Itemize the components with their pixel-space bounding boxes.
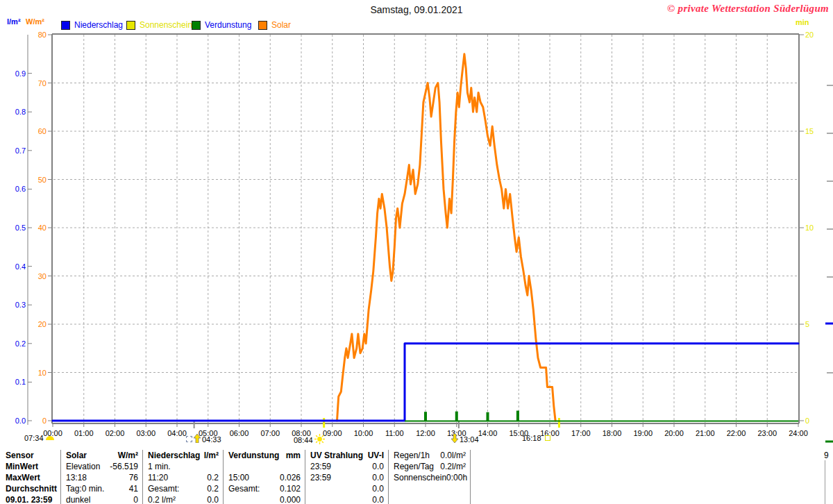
rain-axis-label: 0.6	[15, 185, 26, 193]
legend-label: Niederschlag	[74, 20, 123, 30]
table-row: 0.2 l/m²0.0	[143, 494, 223, 504]
table-cell-label: 23:59	[310, 461, 331, 472]
table-column-solar: SolarW/m²Elevation-56.51913:1876Tag:0 mi…	[61, 450, 143, 504]
hour-label: 11:00	[385, 429, 404, 437]
sonnenschein-swatch-icon	[126, 21, 135, 30]
hour-label: 18:00	[603, 429, 622, 437]
legend-item-solar: Solar	[258, 20, 291, 30]
table-rowheader-column: SensorMinWertMaxWertDurchschnitt09.01. 2…	[0, 450, 61, 504]
table-cell-label: Niederschlag	[148, 450, 200, 461]
rain-axis-label: 0.0	[15, 417, 26, 425]
table-cell-value: 0:00h	[446, 472, 467, 483]
hour-label: 19:00	[633, 429, 653, 437]
solar-swatch-icon	[258, 21, 267, 30]
table-row: 0.0	[305, 483, 388, 494]
table-cell-label: dunkel	[66, 494, 90, 504]
table-column-niederschlag: Niederschlagl/m²1 min.11:200.2Gesamt:0.2…	[143, 450, 224, 504]
table-cell-value: mm	[286, 450, 301, 461]
dawn-time: 07:34	[24, 434, 44, 442]
legend-label: Verdunstung	[205, 20, 251, 30]
table-cell-value: 0.0	[372, 472, 384, 483]
arrow-up-icon	[194, 434, 201, 444]
solar-axis-label: 40	[38, 224, 47, 232]
table-row-label: Durchschnitt	[6, 483, 60, 494]
solar-axis-label: 10	[38, 369, 47, 377]
rain-axis-label: 0.2	[15, 339, 26, 348]
axis-unit-sunshine: min	[796, 18, 809, 26]
table-cell-label: 13:18	[66, 472, 87, 483]
table-row-label: 09.01. 23:59	[6, 494, 60, 504]
rain-axis-label: 0.3	[15, 301, 26, 309]
rain-axis-label: 0.9	[15, 69, 26, 78]
sunrise-time: 08:44	[294, 436, 313, 444]
hour-label: 07:00	[260, 429, 280, 437]
table-row: Regen/1h0.0l/m²	[389, 450, 470, 461]
hour-label: 23:00	[757, 429, 777, 437]
table-row: dunkel0	[61, 494, 142, 504]
table-cell-value: 0.026	[280, 472, 301, 483]
moonrise-time: 04:33	[202, 435, 221, 444]
table-row: Gesamt:0.2	[143, 483, 223, 494]
sun-axis-tick	[558, 418, 560, 428]
table-cell-label: UV Strahlung	[310, 450, 363, 461]
solar-axis-label: 20	[38, 320, 47, 328]
table-cell-value: 0.2	[207, 483, 219, 494]
half-sun-icon	[45, 434, 55, 442]
table-row: 15:000.026	[224, 472, 305, 483]
table-row: 0.0	[305, 494, 388, 504]
table-cell-label: Regen/1h	[394, 450, 430, 461]
legend-item-verdunstung: Verdunstung	[192, 20, 251, 30]
table-cell-value: W/m²	[118, 450, 138, 461]
table-row: SolarW/m²	[61, 450, 142, 461]
table-cell-value: 0	[133, 494, 138, 504]
sunshine-axis-label: 15	[805, 127, 814, 135]
moon-axis-tick	[458, 421, 460, 428]
axis-unit-rain: l/m²	[7, 17, 21, 26]
table-row: Elevation-56.519	[61, 461, 142, 472]
table-cell-value: 0.2	[207, 472, 219, 483]
table-cell-label: Gesamt:	[148, 483, 179, 494]
legend-label: Sonnenschein	[140, 20, 192, 30]
rain-axis-label: 0.1	[15, 378, 26, 386]
table-row: 0.000	[224, 494, 305, 504]
copyright-text: © private Wetterstation Süderlügum	[667, 3, 829, 15]
hour-label: 17:00	[571, 429, 591, 437]
table-cell-value: 76	[129, 472, 138, 483]
evaporation-spike	[455, 412, 458, 421]
table-row	[389, 483, 470, 494]
solar-axis-label: 30	[38, 272, 47, 280]
hour-label: 14:00	[478, 429, 498, 437]
sunrise-marker: 08:44	[294, 434, 325, 446]
table-cell-value: 0.0l/m²	[440, 450, 466, 461]
rain-axis-label: 0.5	[15, 224, 26, 232]
moonset-marker: 13:04	[451, 434, 479, 444]
hour-label: 21:00	[696, 429, 715, 437]
table-cell-label: 0.2 l/m²	[148, 494, 176, 504]
rain-axis-label: 0.4	[15, 262, 26, 271]
chart-canvas: 0.00.10.20.30.40.50.60.70.80.90102030405…	[0, 0, 833, 504]
evaporation-spike	[424, 412, 427, 421]
legend-item-sonnenschein: Sonnenschein	[126, 20, 192, 30]
table-row: 23:590.0	[305, 461, 388, 472]
table-row: UV StrahlungUV-I	[305, 450, 388, 461]
table-cell-label: 15:00	[228, 472, 249, 483]
table-cell-label: 23:59	[310, 472, 331, 483]
table-row: Sonnenschein0:00h	[389, 472, 470, 483]
sun-axis-tick	[323, 418, 325, 428]
hour-label: 06:00	[230, 429, 249, 437]
table-row: 13:1876	[61, 472, 142, 483]
moonrise-marker: 04:33	[186, 434, 221, 444]
moon-outline-icon	[186, 436, 192, 442]
hour-label: 10:00	[354, 429, 373, 437]
table-row: 11:200.2	[143, 472, 223, 483]
hour-label: 12:00	[416, 429, 435, 437]
hour-label: 22:00	[727, 429, 746, 437]
next-panel-partial-border	[825, 460, 825, 504]
next-panel-partial-text: 9	[824, 451, 829, 460]
moon-axis-tick	[194, 421, 195, 428]
verdunstung-swatch-icon	[192, 21, 201, 30]
dawn-marker: 07:34	[24, 434, 55, 442]
table-row: Verdunstungmm	[224, 450, 305, 461]
table-row-label: MaxWert	[6, 472, 60, 483]
legend-label: Solar	[271, 20, 291, 30]
